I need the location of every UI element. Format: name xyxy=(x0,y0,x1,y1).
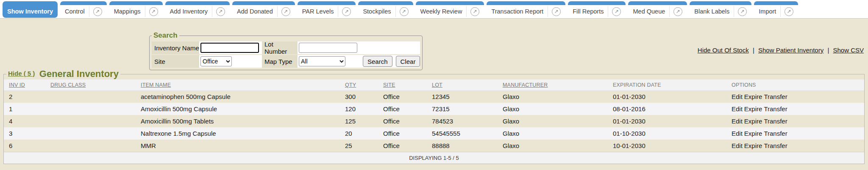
transfer-link[interactable]: Transfer xyxy=(764,105,787,112)
tab-divider xyxy=(548,6,548,17)
table-row: 1Amoxicillin 500mg Capsule120Office72315… xyxy=(4,103,864,115)
tab-mappings[interactable]: Mappings↗ xyxy=(109,1,163,18)
expire-link[interactable]: Expire xyxy=(744,118,762,125)
external-link-icon[interactable]: ↗ xyxy=(612,7,621,16)
tab-par-levels[interactable]: PAR Levels↗ xyxy=(298,1,356,18)
column-header-label-qty[interactable]: QTY xyxy=(345,82,356,88)
transfer-link[interactable]: Transfer xyxy=(764,142,787,149)
table-row: 2acetaminophen 500mg Capsule300Office123… xyxy=(4,90,864,103)
cell-drug-class xyxy=(50,115,141,127)
expire-link[interactable]: Expire xyxy=(744,130,762,137)
edit-link[interactable]: Edit xyxy=(732,142,743,149)
transfer-link[interactable]: Transfer xyxy=(764,118,787,125)
tab-show-inventory[interactable]: Show Inventory xyxy=(3,1,58,18)
link-show-csv[interactable]: Show CSV xyxy=(833,47,864,54)
tab-body: Stockpiles↗ xyxy=(358,5,413,18)
content-area: Search Inventory Name Lot Number Site Of… xyxy=(0,19,868,170)
external-link-icon[interactable]: ↗ xyxy=(738,7,747,16)
column-header-label-site[interactable]: SITE xyxy=(383,82,395,88)
clear-button[interactable]: Clear xyxy=(396,56,420,67)
search-button[interactable]: Search xyxy=(363,56,392,67)
table-row: 3Naltrexone 1.5mg Capsule20Office5454555… xyxy=(4,127,864,140)
page: Show InventoryControl↗Mappings↗Add Inven… xyxy=(0,0,868,170)
cell-manufacturer: Glaxo xyxy=(503,127,613,140)
inventory-table: INV IDDRUG CLASSITEM NAMEQTYSITELOTMANUF… xyxy=(4,80,864,164)
tab-accent-cap xyxy=(165,1,230,5)
cell-lot: 88888 xyxy=(432,140,503,152)
external-link-icon[interactable]: ↗ xyxy=(149,7,158,16)
hide-count-link[interactable]: Hide ( 5 ) xyxy=(8,70,35,77)
tab-divider xyxy=(669,6,670,17)
cell-inv-id: 4 xyxy=(4,115,50,127)
cell-lot: 784523 xyxy=(432,115,503,127)
tab-add-donated[interactable]: Add Donated↗ xyxy=(232,1,295,18)
external-link-icon[interactable]: ↗ xyxy=(400,7,409,16)
search-row1-spacer xyxy=(360,41,420,54)
tab-add-inventory[interactable]: Add Inventory↗ xyxy=(165,1,230,18)
expire-link[interactable]: Expire xyxy=(744,105,762,112)
site-select[interactable]: Office xyxy=(200,56,232,66)
tab-body: Control↗ xyxy=(60,5,107,18)
map-type-select[interactable]: All xyxy=(299,56,345,66)
external-link-icon[interactable]: ↗ xyxy=(93,7,102,16)
tab-import[interactable]: Import↗ xyxy=(754,1,798,18)
edit-link[interactable]: Edit xyxy=(732,105,743,112)
expire-link[interactable]: Expire xyxy=(744,142,762,149)
tab-divider xyxy=(608,6,608,17)
tab-weekly-review[interactable]: Weekly Review↗ xyxy=(416,1,484,18)
edit-link[interactable]: Edit xyxy=(732,93,743,100)
lot-number-input[interactable] xyxy=(299,43,357,53)
tab-stockpiles[interactable]: Stockpiles↗ xyxy=(358,1,413,18)
cell-qty: 20 xyxy=(345,127,383,140)
site-cell: Office xyxy=(199,55,262,68)
external-link-icon[interactable]: ↗ xyxy=(785,7,793,16)
external-link-icon[interactable]: ↗ xyxy=(342,7,351,16)
tab-divider xyxy=(734,6,734,17)
external-link-icon[interactable]: ↗ xyxy=(216,7,225,16)
cell-qty: 25 xyxy=(345,140,383,152)
link-show-patient-inventory[interactable]: Show Patient Inventory xyxy=(758,47,823,54)
transfer-link[interactable]: Transfer xyxy=(764,93,787,100)
tab-body: Transaction Report↗ xyxy=(487,5,565,18)
tab-body: Add Inventory↗ xyxy=(165,5,230,18)
inventory-table-header: INV IDDRUG CLASSITEM NAMEQTYSITELOTMANUF… xyxy=(4,80,864,90)
site-label: Site xyxy=(152,55,199,68)
edit-link[interactable]: Edit xyxy=(732,130,743,137)
tab-accent-cap xyxy=(232,1,295,5)
tab-transaction-report[interactable]: Transaction Report↗ xyxy=(487,1,565,18)
transfer-link[interactable]: Transfer xyxy=(764,130,787,137)
inventory-name-input[interactable] xyxy=(200,43,259,53)
quick-link-separator: | xyxy=(749,47,758,54)
column-header-manufacturer: MANUFACTURER xyxy=(503,80,613,90)
tab-blank-labels[interactable]: Blank Labels↗ xyxy=(690,1,751,18)
cell-item-name: Amoxicillin 500mg Tablets xyxy=(141,115,345,127)
search-panel: Search Inventory Name Lot Number Site Of… xyxy=(149,31,423,70)
column-header-drug-class: DRUG CLASS xyxy=(50,80,141,90)
column-header-label-manufacturer[interactable]: MANUFACTURER xyxy=(503,82,548,88)
cell-expiration-date: 01-10-2030 xyxy=(613,127,732,140)
quick-links: Hide Out Of Stock | Show Patient Invento… xyxy=(698,47,864,54)
tab-label: Import xyxy=(759,8,776,15)
expire-link[interactable]: Expire xyxy=(744,93,762,100)
tab-body: Add Donated↗ xyxy=(232,5,295,18)
tab-med-queue[interactable]: Med Queue↗ xyxy=(628,1,687,18)
edit-link[interactable]: Edit xyxy=(732,118,743,125)
link-hide-out-of-stock[interactable]: Hide Out Of Stock xyxy=(698,47,749,54)
cell-options: EditExpireTransfer xyxy=(732,127,864,140)
tab-divider xyxy=(277,6,278,17)
cell-qty: 120 xyxy=(345,103,383,115)
tab-divider xyxy=(338,6,338,17)
column-header-expiration-date: EXPIRATION DATE xyxy=(613,80,732,90)
column-header-label-drug-class[interactable]: DRUG CLASS xyxy=(50,82,86,88)
column-header-label-lot[interactable]: LOT xyxy=(432,82,442,88)
column-header-label-inv-id[interactable]: INV ID xyxy=(9,82,25,88)
search-grid: Inventory Name Lot Number Site Office Ma… xyxy=(152,41,420,68)
external-link-icon[interactable]: ↗ xyxy=(470,7,479,16)
tab-control[interactable]: Control↗ xyxy=(60,1,107,18)
tab-fill-reports[interactable]: Fill Reports↗ xyxy=(568,1,626,18)
external-link-icon[interactable]: ↗ xyxy=(552,7,561,16)
footer-row: DISPLAYING 1-5 / 5 xyxy=(4,152,864,164)
external-link-icon[interactable]: ↗ xyxy=(673,7,682,16)
column-header-label-item-name[interactable]: ITEM NAME xyxy=(141,82,171,88)
external-link-icon[interactable]: ↗ xyxy=(281,7,290,16)
